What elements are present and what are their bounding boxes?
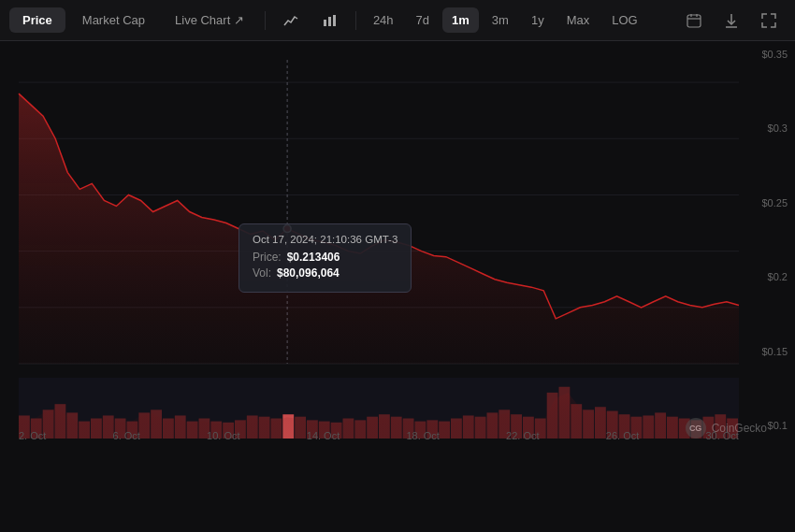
separator-1 xyxy=(265,11,266,30)
download-btn[interactable] xyxy=(715,7,748,34)
svg-rect-2 xyxy=(333,15,336,26)
tab-marketcap[interactable]: Market Cap xyxy=(69,7,158,33)
chart-container: $0.35 $0.3 $0.25 $0.2 $0.15 $0.1 Oct 17,… xyxy=(0,41,795,532)
tab-price[interactable]: Price xyxy=(9,7,65,33)
bar-chart-btn[interactable] xyxy=(312,7,348,35)
timeframe-max[interactable]: Max xyxy=(557,7,600,33)
bar-chart-icon xyxy=(322,12,339,29)
expand-icon xyxy=(761,13,776,28)
expand-btn[interactable] xyxy=(752,7,786,34)
download-icon xyxy=(724,13,739,28)
calendar-btn[interactable] xyxy=(677,7,711,34)
main-chart-canvas[interactable] xyxy=(0,41,795,532)
timeframe-7d[interactable]: 7d xyxy=(407,7,439,33)
top-bar: Price Market Cap Live Chart ↗ 24h 7d 1m … xyxy=(0,0,795,41)
svg-rect-3 xyxy=(687,15,701,27)
svg-rect-1 xyxy=(328,17,331,26)
line-chart-btn[interactable] xyxy=(273,7,309,35)
timeframe-1m[interactable]: 1m xyxy=(442,7,479,33)
separator-2 xyxy=(355,11,356,30)
calendar-icon xyxy=(687,13,701,28)
timeframe-1y[interactable]: 1y xyxy=(522,7,554,33)
svg-rect-0 xyxy=(324,20,326,26)
coingecko-badge: CG CoinGecko xyxy=(686,418,767,439)
timeframe-3m[interactable]: 3m xyxy=(483,7,518,33)
coingecko-logo: CG xyxy=(686,418,706,439)
line-chart-icon xyxy=(282,12,299,29)
timeframe-log[interactable]: LOG xyxy=(602,7,646,33)
coingecko-label: CoinGecko xyxy=(712,422,767,435)
timeframe-24h[interactable]: 24h xyxy=(364,7,403,33)
tab-livechart[interactable]: Live Chart ↗ xyxy=(162,7,257,33)
